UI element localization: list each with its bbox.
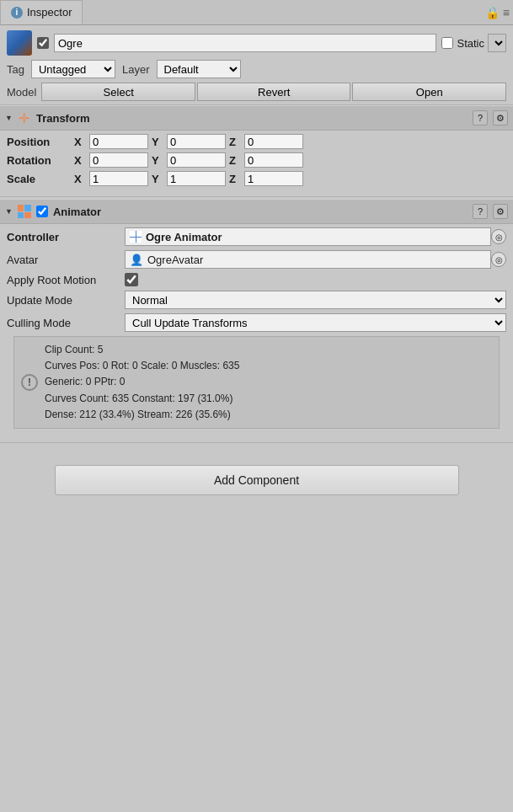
pz-label: Z	[229, 136, 241, 148]
tab-bar: i Inspector 🔒 ≡	[0, 0, 513, 25]
apply-root-checkbox[interactable]	[125, 273, 138, 286]
tag-select[interactable]: Untagged	[31, 60, 115, 78]
animator-enabled-checkbox[interactable]	[36, 206, 48, 217]
apply-root-label: Apply Root Motion	[7, 274, 125, 286]
rotation-label: Rotation	[7, 154, 74, 167]
position-coords: X Y Z	[74, 134, 506, 149]
info-line-4: Curves Count: 635 Constant: 197 (31.0%)	[45, 391, 492, 407]
animator-section: ▼ Animator ? ⚙ Controller Ogre Animator …	[0, 199, 513, 443]
warning-icon: !	[21, 374, 38, 391]
sy-label: Y	[152, 173, 163, 185]
px-label: X	[74, 136, 86, 148]
open-button[interactable]: Open	[352, 83, 506, 101]
tag-label: Tag	[7, 63, 24, 76]
info-line-5: Dense: 212 (33.4%) Stream: 226 (35.6%)	[45, 407, 492, 423]
controller-select-button[interactable]: ◎	[491, 229, 506, 244]
position-x-input[interactable]	[89, 134, 148, 149]
position-z-input[interactable]	[244, 134, 303, 149]
apply-root-row: Apply Root Motion	[7, 273, 506, 286]
info-line-2: Curves Pos: 0 Rot: 0 Scale: 0 Muscles: 6…	[45, 358, 492, 374]
py-label: Y	[152, 136, 163, 148]
static-area: Static	[441, 34, 506, 52]
scale-label: Scale	[7, 173, 74, 185]
animator-section-header: ▼ Animator ? ⚙	[0, 199, 513, 224]
controller-field[interactable]: Ogre Animator	[125, 227, 491, 246]
avatar-row: Avatar 👤 OgreAvatar ◎	[7, 250, 506, 269]
transform-gear-button[interactable]: ⚙	[493, 110, 508, 126]
layer-label: Layer	[122, 63, 150, 76]
inspector-tab[interactable]: i Inspector	[0, 0, 83, 24]
avatar-field[interactable]: 👤 OgreAvatar	[125, 250, 491, 269]
animator-icon	[18, 205, 31, 218]
scale-x-input[interactable]	[89, 171, 148, 186]
info-icon: i	[11, 7, 23, 19]
avatar-icon: 👤	[130, 254, 143, 266]
active-checkbox[interactable]	[37, 37, 49, 49]
transform-title: Transform	[36, 112, 468, 125]
info-line-3: Generic: 0 PPtr: 0	[45, 374, 492, 390]
update-mode-select[interactable]: Normal	[125, 291, 506, 309]
model-label: Model	[7, 86, 36, 99]
rx-label: X	[74, 154, 86, 167]
menu-icon[interactable]: ≡	[503, 6, 510, 19]
object-name-input[interactable]	[54, 34, 436, 52]
tab-controls: 🔒 ≡	[485, 0, 513, 24]
position-row: Position X Y Z	[7, 134, 506, 149]
animator-body: Controller Ogre Animator ◎ Avatar 👤 Ogre…	[0, 224, 513, 442]
controller-icon	[130, 231, 142, 243]
scale-row: Scale X Y Z	[7, 171, 506, 186]
controller-label: Controller	[7, 231, 125, 243]
static-label: Static	[457, 37, 484, 50]
object-icon	[7, 30, 32, 56]
rz-label: Z	[229, 154, 241, 167]
tab-label: Inspector	[27, 6, 72, 19]
transform-icon: ✛	[18, 111, 31, 125]
static-checkbox[interactable]	[441, 37, 453, 49]
transform-section-header: ▼ ✛ Transform ? ⚙	[0, 105, 513, 131]
add-component-button[interactable]: Add Component	[55, 465, 459, 495]
sx-label: X	[74, 173, 86, 185]
transform-section: ▼ ✛ Transform ? ⚙ Position X Y Z Rotatio…	[0, 105, 513, 197]
culling-mode-label: Culling Mode	[7, 317, 125, 329]
animator-gear-button[interactable]: ⚙	[493, 204, 508, 219]
add-component-area: Add Component	[0, 445, 513, 516]
avatar-select-button[interactable]: ◎	[491, 252, 506, 267]
update-mode-row: Update Mode Normal	[7, 291, 506, 309]
animator-title: Animator	[53, 206, 468, 218]
animator-collapse-triangle[interactable]: ▼	[5, 207, 13, 216]
header-row1: Static	[7, 30, 506, 56]
animator-help-button[interactable]: ?	[473, 204, 488, 219]
animator-info-box: ! Clip Count: 5 Curves Pos: 0 Rot: 0 Sca…	[13, 336, 500, 429]
rotation-coords: X Y Z	[74, 152, 506, 168]
rotation-row: Rotation X Y Z	[7, 152, 506, 168]
header-area: Static Tag Untagged Layer Default Model …	[0, 25, 513, 105]
transform-help-button[interactable]: ?	[473, 110, 488, 126]
info-line-1: Clip Count: 5	[45, 342, 492, 358]
sz-label: Z	[229, 173, 241, 185]
position-label: Position	[7, 136, 74, 148]
layer-select[interactable]: Default	[157, 60, 241, 78]
scale-coords: X Y Z	[74, 171, 506, 186]
transform-collapse-triangle[interactable]: ▼	[5, 114, 13, 122]
update-mode-label: Update Mode	[7, 294, 125, 307]
header-row3: Model Select Revert Open	[7, 83, 506, 101]
header-row2: Tag Untagged Layer Default	[7, 60, 506, 78]
transform-grid: Position X Y Z Rotation X Y Z Scale	[0, 131, 513, 196]
culling-mode-row: Culling Mode Cull Update Transforms	[7, 313, 506, 332]
culling-mode-select[interactable]: Cull Update Transforms	[125, 313, 506, 332]
revert-button[interactable]: Revert	[197, 83, 351, 101]
avatar-label: Avatar	[7, 254, 125, 266]
select-button[interactable]: Select	[41, 83, 195, 101]
rotation-x-input[interactable]	[89, 152, 148, 168]
rotation-z-input[interactable]	[244, 152, 303, 168]
controller-value: Ogre Animator	[146, 231, 222, 243]
ry-label: Y	[152, 154, 163, 167]
position-y-input[interactable]	[167, 134, 226, 149]
static-dropdown[interactable]	[488, 34, 506, 52]
scale-y-input[interactable]	[167, 171, 226, 186]
rotation-y-input[interactable]	[167, 152, 226, 168]
controller-row: Controller Ogre Animator ◎	[7, 227, 506, 246]
lock-icon[interactable]: 🔒	[485, 6, 500, 19]
avatar-value: OgreAvatar	[147, 254, 203, 266]
scale-z-input[interactable]	[244, 171, 303, 186]
